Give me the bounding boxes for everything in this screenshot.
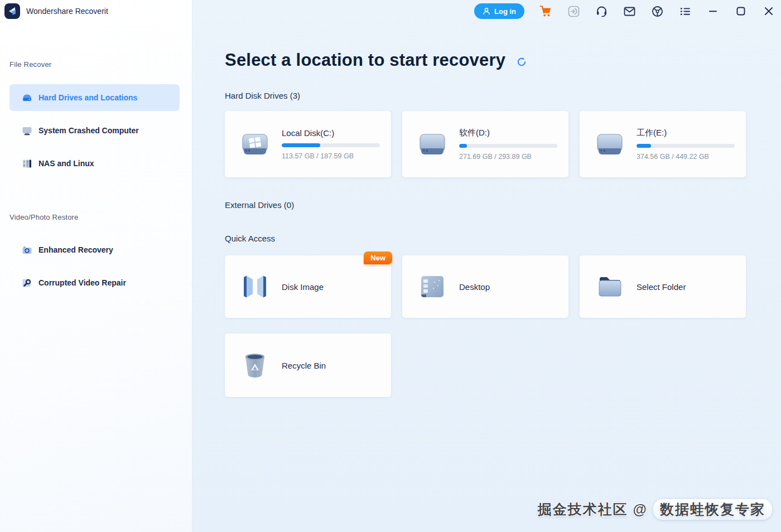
hard-drive-icon [21, 92, 32, 103]
new-badge: New [364, 252, 392, 264]
minimize-icon[interactable] [706, 4, 720, 18]
desktop-icon [418, 273, 447, 300]
drive-name: 软件(D:) [459, 128, 557, 138]
recycle-bin-icon [240, 351, 269, 379]
video-repair-icon [21, 277, 32, 288]
quick-access-label: Recycle Bin [282, 361, 326, 370]
drive-name: Local Disk(C:) [282, 128, 380, 138]
capacity-bar [637, 144, 735, 148]
drive-capacity: 113.57 GB / 187.59 GB [282, 152, 380, 160]
recoverit-logo-icon [4, 3, 20, 19]
sidebar-item-label: Enhanced Recovery [38, 245, 113, 254]
section-label-video-photo-restore: Video/Photo Restore [9, 213, 79, 221]
sidebar-item-enhanced-recovery[interactable]: Enhanced Recovery [9, 236, 180, 263]
drive-card-d[interactable]: 软件(D:) 271.69 GB / 293.89 GB [402, 111, 568, 177]
sidebar-item-label: System Crashed Computer [38, 126, 139, 135]
quick-access-label: Select Folder [637, 282, 686, 292]
refresh-icon[interactable] [517, 57, 527, 67]
user-icon [483, 7, 490, 15]
drive-capacity: 271.69 GB / 293.89 GB [459, 153, 557, 161]
crashed-computer-icon [21, 125, 32, 136]
video-photo-restore-nav: Enhanced Recovery Corrupted Video Repair [9, 236, 180, 302]
section-label-file-recover: File Recover [9, 60, 51, 69]
mail-icon[interactable] [623, 4, 636, 18]
sidebar-item-label: Hard Drives and Locations [38, 93, 137, 102]
hard-disk-drive-list: Local Disk(C:) 113.57 GB / 187.59 GB 软件(… [225, 111, 746, 177]
capacity-bar-fill [282, 143, 320, 147]
folder-icon [595, 273, 624, 300]
sidebar-item-system-crashed-computer[interactable]: System Crashed Computer [9, 117, 180, 144]
quick-access-disk-image[interactable]: New Disk Image [225, 255, 391, 318]
app-brand: Wondershare Recoverit [0, 0, 192, 19]
sidebar-item-nas-and-linux[interactable]: NAS and Linux [9, 150, 180, 177]
quick-access-label: Desktop [459, 282, 490, 292]
quick-access-label: Disk Image [282, 282, 324, 292]
section-external-drives: External Drives (0) [225, 200, 294, 210]
quick-access-recycle-bin[interactable]: Recycle Bin [225, 333, 391, 397]
sidebar: Wondershare Recoverit File Recover Hard … [0, 0, 192, 532]
login-label: Log in [494, 7, 516, 16]
login-button[interactable]: Log in [474, 3, 524, 19]
menu-list-icon[interactable] [678, 4, 692, 18]
headset-icon[interactable] [595, 4, 608, 18]
quick-access-desktop[interactable]: Desktop [402, 255, 568, 318]
activation-icon[interactable] [567, 4, 580, 18]
maximize-icon[interactable] [734, 4, 748, 18]
watermark-right: 数据蛙恢复专家 [653, 499, 772, 520]
section-quick-access: Quick Access [225, 234, 275, 243]
sidebar-item-label: NAS and Linux [38, 159, 94, 168]
page-title: Select a location to start recovery [225, 50, 505, 70]
sidebar-item-label: Corrupted Video Repair [38, 278, 126, 287]
quick-access-list: New Disk Image [225, 255, 746, 318]
watermark: 掘金技术社区 @ 数据蛙恢复专家 [538, 499, 772, 520]
capacity-bar [282, 143, 380, 147]
disk-image-icon [240, 273, 269, 300]
file-recover-nav: Hard Drives and Locations System Crashed… [9, 84, 180, 183]
capacity-bar [459, 144, 557, 148]
sidebar-item-corrupted-video-repair[interactable]: Corrupted Video Repair [9, 269, 180, 296]
drive-card-local-disk-c[interactable]: Local Disk(C:) 113.57 GB / 187.59 GB [225, 111, 391, 177]
app-title: Wondershare Recoverit [26, 7, 108, 16]
disk-icon [418, 132, 447, 157]
drive-name: 工作(E:) [637, 128, 735, 138]
quick-access-select-folder[interactable]: Select Folder [580, 255, 746, 318]
capacity-bar-fill [459, 144, 467, 148]
help-icon[interactable] [650, 4, 664, 18]
camera-icon [21, 244, 32, 255]
cart-icon[interactable] [539, 4, 552, 18]
drive-card-e[interactable]: 工作(E:) 374.56 GB / 449.22 GB [580, 111, 746, 177]
drive-capacity: 374.56 GB / 449.22 GB [637, 153, 735, 161]
nas-linux-icon [21, 158, 32, 169]
sidebar-item-hard-drives-and-locations[interactable]: Hard Drives and Locations [9, 84, 180, 111]
section-hard-disk-drives: Hard Disk Drives (3) [225, 91, 300, 100]
capacity-bar-fill [637, 144, 651, 148]
titlebar-actions: Log in [474, 0, 775, 22]
windows-disk-icon [240, 132, 269, 157]
main-content: Select a location to start recovery Hard… [192, 0, 781, 532]
disk-icon [595, 132, 624, 157]
watermark-left: 掘金技术社区 @ [538, 500, 648, 519]
close-icon[interactable] [762, 4, 775, 18]
